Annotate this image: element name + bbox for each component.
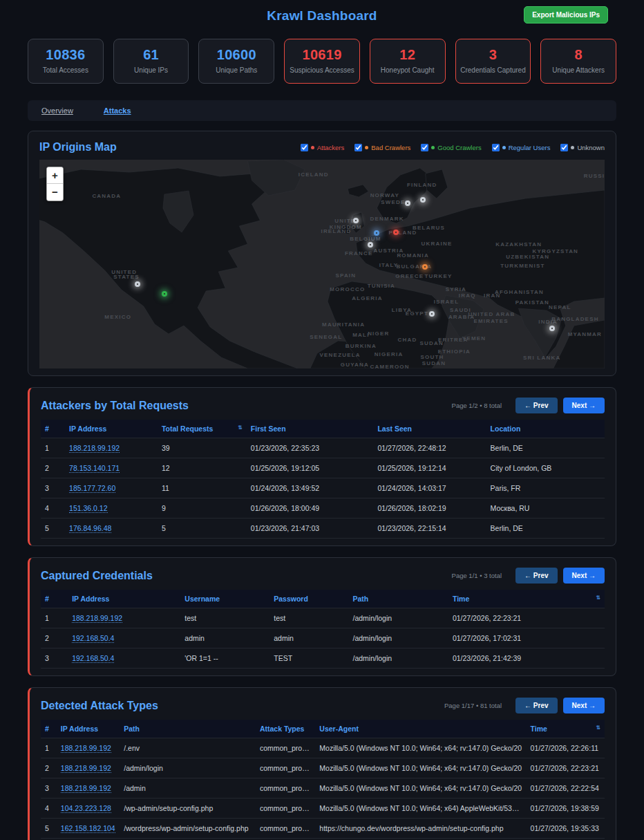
red-map-marker[interactable] xyxy=(393,230,399,235)
prev-page-button[interactable]: ← Prev xyxy=(515,568,557,584)
column-header-[interactable]: # xyxy=(41,420,65,438)
world-map-tiles xyxy=(39,160,605,368)
legend-item-bad-crawlers[interactable]: Bad Crawlers xyxy=(354,144,410,151)
column-header-ip-address[interactable]: IP Address xyxy=(68,590,180,608)
cell-time: 01/27/2026, 19:35:33 xyxy=(527,819,605,839)
gray-map-marker[interactable] xyxy=(368,242,373,248)
sort-icon[interactable]: ⇅ xyxy=(596,725,600,731)
blue-map-marker[interactable] xyxy=(374,230,379,236)
ip-address-link[interactable]: 162.158.182.104 xyxy=(61,824,115,833)
ip-address-link[interactable]: 188.218.99.192 xyxy=(61,744,111,753)
legend-checkbox-unknown[interactable] xyxy=(560,144,568,151)
ip-address-link[interactable]: 185.177.72.60 xyxy=(69,484,115,493)
legend-dot-icon xyxy=(571,146,574,149)
table-row: 278.153.140.1711201/25/2026, 19:12:0501/… xyxy=(41,458,605,478)
cell-user-agent: Mozilla/5.0 (Windows NT 10.0; Win64; x64… xyxy=(315,738,526,758)
cell-ip-address: 192.168.50.4 xyxy=(68,648,180,669)
cell-user-agent: Mozilla/5.0 (Windows NT 10.0; Win64; x64… xyxy=(315,758,526,778)
pagination: Page 1/2 • 8 total← PrevNext → xyxy=(452,398,605,413)
ip-address-link[interactable]: 192.168.50.4 xyxy=(72,634,114,643)
legend-item-regular-users[interactable]: Regular Users xyxy=(492,144,551,151)
legend-checkbox-regular-users[interactable] xyxy=(492,144,500,151)
map-zoom-in-button[interactable]: + xyxy=(47,167,63,184)
orange-map-marker[interactable] xyxy=(422,264,428,270)
cell-path: /wordpress/wp-admin/setup-config.php xyxy=(120,819,256,839)
cell-total-requests: 12 xyxy=(158,458,247,478)
column-header-[interactable]: # xyxy=(41,590,68,608)
column-header-total-requests[interactable]: Total Requests⇅ xyxy=(158,420,247,438)
table-card-header: Detected Attack TypesPage 1/17 • 81 tota… xyxy=(41,698,605,713)
legend-dot-icon xyxy=(431,146,435,149)
legend-checkbox-attackers[interactable] xyxy=(301,144,308,151)
column-header-password[interactable]: Password xyxy=(269,590,348,608)
table-card-header: Attackers by Total RequestsPage 1/2 • 8 … xyxy=(41,398,605,413)
column-header-last-seen[interactable]: Last Seen xyxy=(373,420,486,438)
sort-icon[interactable]: ⇅ xyxy=(238,424,243,431)
page-title: Krawl Dashboard xyxy=(267,8,377,24)
legend-checkbox-good-crawlers[interactable] xyxy=(421,144,428,151)
stat-value: 10836 xyxy=(31,47,100,63)
tab-attacks[interactable]: Attacks xyxy=(104,106,131,115)
attackers-by-total-requests-card: Attackers by Total RequestsPage 1/2 • 8 … xyxy=(28,387,616,546)
column-header-path[interactable]: Path xyxy=(120,720,256,738)
ip-address-link[interactable]: 188.218.99.192 xyxy=(61,784,111,793)
ip-address-link[interactable]: 192.168.50.4 xyxy=(72,654,114,663)
table-row: 1188.218.99.192testtest/admin/login01/27… xyxy=(41,608,605,628)
cell-path: /admin xyxy=(120,778,256,799)
legend-checkbox-bad-crawlers[interactable] xyxy=(354,144,362,151)
column-header-path[interactable]: Path xyxy=(349,590,448,608)
legend-item-unknown[interactable]: Unknown xyxy=(560,144,605,151)
column-header-time[interactable]: Time⇅ xyxy=(448,590,605,608)
ip-address-link[interactable]: 188.218.99.192 xyxy=(61,764,111,773)
next-page-button[interactable]: Next → xyxy=(563,398,605,413)
column-header-attack-types[interactable]: Attack Types xyxy=(256,720,315,738)
column-header-ip-address[interactable]: IP Address xyxy=(65,420,158,438)
ip-address-link[interactable]: 188.218.99.192 xyxy=(69,444,120,453)
gray-map-marker[interactable] xyxy=(135,281,140,287)
export-malicious-ips-button[interactable]: Export Malicious IPs xyxy=(524,6,608,24)
legend-item-attackers[interactable]: Attackers xyxy=(301,144,345,151)
sort-icon[interactable]: ⇅ xyxy=(596,595,600,601)
column-header-time[interactable]: Time⇅ xyxy=(527,720,605,738)
cell-ip-address: 188.218.99.192 xyxy=(57,758,120,778)
table-card-header: Captured CredentialsPage 1/1 • 3 total← … xyxy=(41,568,605,584)
column-header-user-agent[interactable]: User-Agent xyxy=(315,720,526,738)
gray-map-marker[interactable] xyxy=(549,326,555,331)
column-header-first-seen[interactable]: First Seen xyxy=(247,420,374,438)
column-header-ip-address[interactable]: IP Address xyxy=(57,720,120,738)
gray-map-marker[interactable] xyxy=(353,218,359,223)
cell-username: test xyxy=(180,608,269,628)
gray-map-marker[interactable] xyxy=(405,200,410,206)
green-map-marker[interactable] xyxy=(162,291,167,297)
cell-time: 01/27/2026, 22:23:21 xyxy=(448,608,605,628)
cell-time: 01/27/2026, 22:23:21 xyxy=(527,758,605,778)
ip-address-link[interactable]: 188.218.99.192 xyxy=(72,614,122,623)
ip-address-link[interactable]: 104.23.223.128 xyxy=(61,804,111,813)
world-map[interactable]: + − CANADAICELANDRUSSIANORWAYSWEDENFINLA… xyxy=(39,160,605,368)
legend-item-good-crawlers[interactable]: Good Crawlers xyxy=(421,144,481,151)
tab-overview[interactable]: Overview xyxy=(41,106,73,115)
cell-total-requests: 9 xyxy=(158,498,247,519)
cell-: 1 xyxy=(41,438,65,458)
gray-map-marker[interactable] xyxy=(429,311,435,317)
cell-first-seen: 01/23/2026, 21:47:03 xyxy=(247,519,374,539)
next-page-button[interactable]: Next → xyxy=(563,698,605,713)
prev-page-button[interactable]: ← Prev xyxy=(515,398,557,413)
cell-time: 01/27/2026, 19:38:59 xyxy=(527,799,605,819)
ip-address-link[interactable]: 176.84.96.48 xyxy=(69,524,111,533)
map-zoom-out-button[interactable]: − xyxy=(47,184,63,200)
ip-address-link[interactable]: 151.36.0.12 xyxy=(69,504,107,513)
cell-: 4 xyxy=(41,799,57,819)
ip-address-link[interactable]: 78.153.140.171 xyxy=(69,464,120,473)
cell-ip-address: 188.218.99.192 xyxy=(57,778,120,799)
column-header-username[interactable]: Username xyxy=(180,590,269,608)
column-header-location[interactable]: Location xyxy=(486,420,605,438)
gray-map-marker[interactable] xyxy=(420,197,426,203)
app-header: Krawl Dashboard Export Malicious IPs xyxy=(28,0,616,32)
cell-: 2 xyxy=(41,758,57,778)
page-info: Page 1/2 • 8 total xyxy=(452,402,502,409)
next-page-button[interactable]: Next → xyxy=(563,568,605,584)
krawl-dashboard-page: Krawl Dashboard Export Malicious IPs 108… xyxy=(0,0,644,840)
prev-page-button[interactable]: ← Prev xyxy=(515,698,557,713)
column-header-[interactable]: # xyxy=(41,720,57,738)
